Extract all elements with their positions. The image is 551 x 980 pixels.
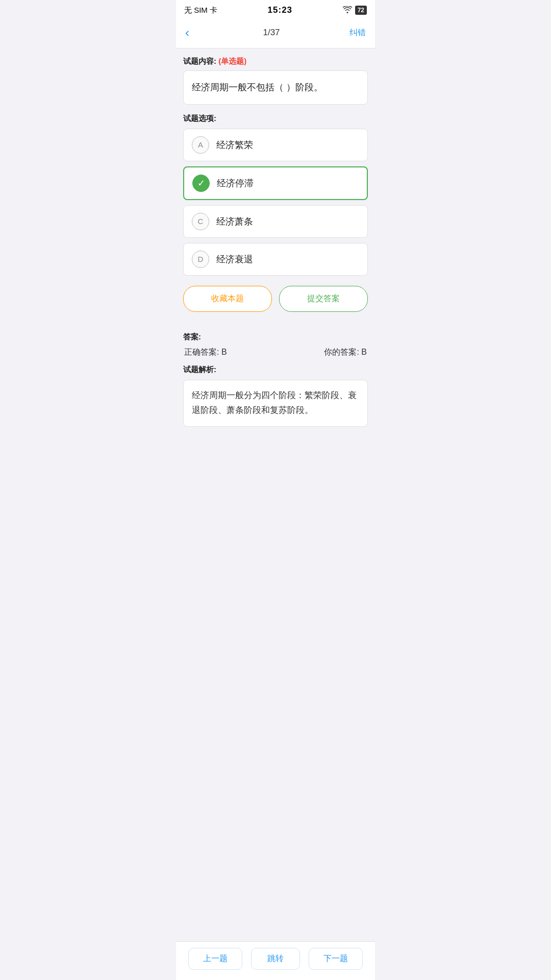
wifi-icon xyxy=(343,6,352,15)
time-text: 15:23 xyxy=(268,5,292,15)
option-c[interactable]: C 经济萧条 xyxy=(183,205,368,238)
option-a-circle: A xyxy=(192,136,209,154)
question-type-badge: (单选题) xyxy=(218,57,246,65)
options-section-label: 试题选项: xyxy=(183,114,368,124)
battery-indicator: 72 xyxy=(355,6,367,15)
answer-label: 答案: xyxy=(183,332,368,342)
progress-indicator: 1/37 xyxy=(263,28,280,38)
status-right: 72 xyxy=(343,6,367,15)
correct-answer: 正确答案: B xyxy=(184,347,227,358)
jump-button[interactable]: 跳转 xyxy=(251,948,300,970)
question-section-label: 试题内容: (单选题) xyxy=(183,57,368,66)
back-button[interactable]: ‹ xyxy=(185,24,193,41)
collect-button[interactable]: 收藏本题 xyxy=(183,286,272,312)
bottom-nav: 上一题 跳转 下一题 xyxy=(176,941,375,980)
status-bar: 无 SIM 卡 15:23 72 xyxy=(176,0,375,18)
main-content: 试题内容: (单选题) 经济周期一般不包括（ ）阶段。 试题选项: A 经济繁荣… xyxy=(176,48,375,481)
option-b-text: 经济停滞 xyxy=(217,177,254,189)
option-a[interactable]: A 经济繁荣 xyxy=(183,129,368,161)
option-b-circle: ✓ xyxy=(192,175,210,192)
option-d-text: 经济衰退 xyxy=(216,253,253,265)
your-answer: 你的答案: B xyxy=(324,347,367,358)
nav-bar: ‹ 1/37 纠错 xyxy=(176,18,375,48)
next-question-button[interactable]: 下一题 xyxy=(309,948,363,970)
option-d[interactable]: D 经济衰退 xyxy=(183,243,368,276)
option-b[interactable]: ✓ 经济停滞 xyxy=(183,166,368,200)
action-buttons: 收藏本题 提交答案 xyxy=(183,286,368,312)
option-a-text: 经济繁荣 xyxy=(216,139,253,151)
answer-section: 答案: 正确答案: B 你的答案: B xyxy=(183,325,368,358)
error-report-button[interactable]: 纠错 xyxy=(349,28,366,38)
submit-button[interactable]: 提交答案 xyxy=(279,286,368,312)
carrier-text: 无 SIM 卡 xyxy=(184,6,217,15)
analysis-text: 经济周期一般分为四个阶段：繁荣阶段、衰退阶段、萧条阶段和复苏阶段。 xyxy=(183,380,368,427)
option-c-circle: C xyxy=(192,213,209,230)
answer-row: 正确答案: B 你的答案: B xyxy=(183,347,368,358)
analysis-label: 试题解析: xyxy=(183,365,368,375)
question-text: 经济周期一般不包括（ ）阶段。 xyxy=(183,70,368,105)
divider xyxy=(176,321,375,325)
prev-question-button[interactable]: 上一题 xyxy=(188,948,242,970)
option-c-text: 经济萧条 xyxy=(216,215,253,228)
option-d-circle: D xyxy=(192,251,209,268)
